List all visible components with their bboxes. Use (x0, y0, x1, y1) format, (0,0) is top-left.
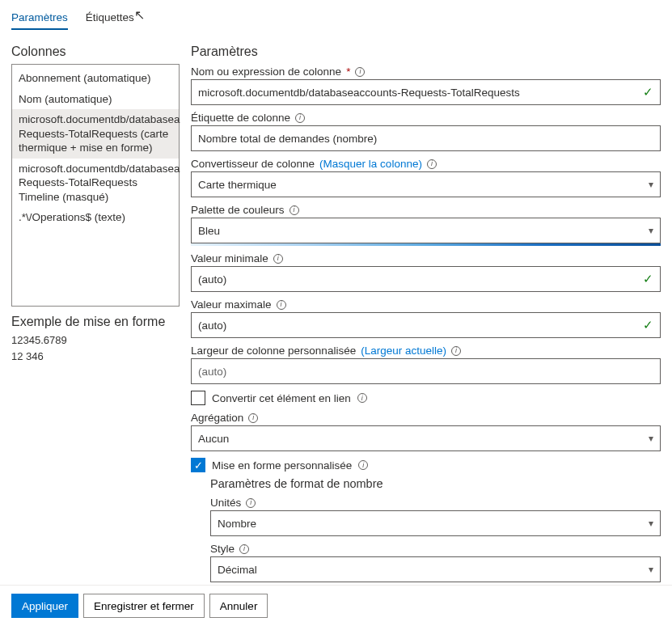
agg-label: Agrégation (191, 412, 243, 424)
max-label: Valeur maximale (191, 298, 272, 311)
style-select[interactable]: Décimal ▾ (210, 556, 661, 582)
make-link-label: Convertir cet élément en lien (212, 392, 351, 404)
info-icon[interactable]: i (427, 159, 437, 169)
width-label: Largeur de colonne personnalisée (191, 345, 356, 357)
chevron-down-icon: ▾ (649, 518, 653, 529)
required-asterisk: * (346, 66, 350, 78)
hide-column-link[interactable]: (Masquer la colonne) (319, 158, 422, 170)
info-icon[interactable]: i (239, 544, 249, 554)
number-format-heading: Paramètres de format de nombre (210, 477, 661, 490)
make-link-checkbox[interactable] (191, 391, 205, 405)
info-icon[interactable]: i (451, 346, 461, 356)
palette-label: Palette de couleurs (191, 204, 285, 216)
chevron-down-icon: ▾ (649, 179, 653, 190)
renderer-label: Convertisseur de colonne (191, 158, 315, 170)
col-label-input[interactable]: Nombre total de demandes (nombre) (191, 125, 661, 151)
chevron-down-icon: ▾ (649, 433, 653, 444)
units-label: Unités (210, 497, 241, 509)
info-icon[interactable]: i (248, 413, 258, 423)
palette-value: Bleu (198, 225, 220, 237)
agg-select[interactable]: Aucun ▾ (191, 425, 661, 451)
save-close-button[interactable]: Enregistrer et fermer (83, 594, 205, 618)
custom-format-label: Mise en forme personnalisée (212, 459, 352, 472)
validated-check-icon: ✓ (643, 85, 653, 99)
units-select[interactable]: Nombre ▾ (210, 510, 661, 536)
tab-tags[interactable]: Étiquettes (86, 11, 134, 30)
info-icon[interactable]: i (355, 67, 365, 77)
style-label: Style (210, 543, 235, 555)
example-value-raw: 12345.6789 (11, 332, 180, 349)
width-input[interactable]: (auto) (191, 358, 661, 384)
tab-settings[interactable]: Paramètres (11, 11, 68, 30)
info-icon[interactable]: i (246, 498, 256, 508)
max-input[interactable]: (auto) ✓ (191, 312, 661, 338)
min-input[interactable]: (auto) ✓ (191, 266, 661, 292)
col-name-label: Nom ou expression de colonne (191, 66, 341, 78)
renderer-value: Carte thermique (198, 179, 277, 191)
example-heading: Exemple de mise en forme (11, 315, 180, 329)
cancel-button[interactable]: Annuler (209, 594, 268, 618)
column-item[interactable]: .​*\/Operations$ (texte) (12, 207, 179, 228)
custom-format-checkbox[interactable]: ✓ (191, 458, 205, 472)
columns-list: Abonnement (automatique) Nom (automatiqu… (11, 64, 180, 307)
validated-check-icon: ✓ (643, 318, 653, 332)
col-name-value: microsoft.documentdb/databaseaccounts-Re… (198, 87, 520, 99)
validated-check-icon: ✓ (643, 272, 653, 286)
chevron-down-icon: ▾ (649, 225, 653, 236)
min-label: Valeur minimale (191, 252, 268, 264)
renderer-select[interactable]: Carte thermique ▾ (191, 171, 661, 197)
column-item[interactable]: microsoft.documentdb/databasea Requests-… (12, 159, 179, 208)
max-value: (auto) (198, 319, 226, 332)
column-item[interactable]: Nom (automatique) (12, 89, 179, 110)
info-icon[interactable]: i (273, 254, 283, 264)
info-icon[interactable]: i (277, 300, 286, 310)
info-icon[interactable]: i (357, 393, 367, 403)
style-value: Décimal (218, 564, 257, 576)
columns-heading: Colonnes (11, 44, 180, 59)
col-label-label: Étiquette de colonne (191, 112, 290, 124)
info-icon[interactable]: i (290, 205, 299, 215)
agg-value: Aucun (198, 433, 229, 445)
width-value: (auto) (198, 366, 226, 378)
current-width-link[interactable]: (Largeur actuelle) (361, 345, 446, 357)
tabs: Paramètres Étiquettes (11, 11, 661, 30)
info-icon[interactable]: i (295, 113, 305, 123)
chevron-down-icon: ▾ (649, 564, 653, 575)
settings-heading: Paramètres (191, 44, 661, 59)
column-item[interactable]: microsoft.documentdb/databasea Requests-… (12, 109, 179, 159)
palette-select[interactable]: Bleu ▾ (191, 218, 661, 243)
column-item[interactable]: Abonnement (automatique) (12, 68, 179, 89)
example-value-formatted: 12 346 (11, 349, 180, 365)
footer-actions: Appliquer Enregistrer et fermer Annuler (0, 585, 672, 626)
units-value: Nombre (218, 518, 256, 530)
col-name-select[interactable]: microsoft.documentdb/databaseaccounts-Re… (191, 79, 661, 105)
info-icon[interactable]: i (358, 460, 368, 470)
apply-button[interactable]: Appliquer (11, 594, 78, 618)
min-value: (auto) (198, 273, 226, 286)
col-label-value: Nombre total de demandes (nombre) (198, 133, 377, 145)
